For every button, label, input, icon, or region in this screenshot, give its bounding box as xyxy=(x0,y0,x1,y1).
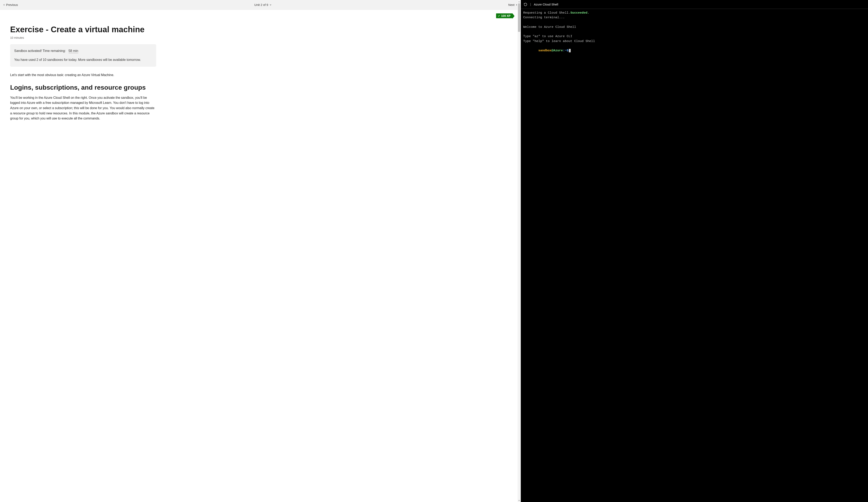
unit-label: Unit 2 of 9 xyxy=(254,3,268,7)
prompt-host: @Azure xyxy=(551,49,563,52)
sandbox-timer: 58 min xyxy=(69,49,78,53)
section-heading: Logins, subscriptions, and resource grou… xyxy=(10,83,156,91)
page-title: Exercise - Create a virtual machine xyxy=(10,24,156,34)
cloud-shell-pane: | Azure Cloud Shell Requesting a Cloud S… xyxy=(521,0,868,502)
chevron-left-icon xyxy=(3,4,5,6)
unit-selector[interactable]: Unit 2 of 9 xyxy=(254,3,272,7)
previous-label: Previous xyxy=(6,3,18,7)
check-icon xyxy=(498,14,500,17)
xp-label: 100 XP xyxy=(501,14,510,18)
scrollbar-thumb[interactable] xyxy=(518,3,520,32)
scrollbar-down-icon[interactable]: ▼ xyxy=(518,499,520,502)
prompt-path: :~$ xyxy=(563,49,568,52)
prompt-sandbox: sandbox xyxy=(538,49,551,52)
xp-badge: 100 XP xyxy=(496,13,513,18)
chevron-down-icon xyxy=(269,4,272,6)
scrollbar[interactable]: ▲ ▼ xyxy=(518,0,520,502)
restart-shell-button[interactable] xyxy=(524,3,527,6)
section-paragraph: You'll be working in the Azure Cloud She… xyxy=(10,95,156,121)
next-label: Next xyxy=(508,3,515,7)
header-divider: | xyxy=(530,3,531,6)
sandbox-status-box: Sandbox activated! Time remaining: 58 mi… xyxy=(10,44,156,67)
sandbox-status-text: Sandbox activated! Time remaining: xyxy=(14,49,66,52)
content-scroll-area[interactable]: 100 XP Exercise - Create a virtual machi… xyxy=(0,10,520,502)
unit-navigation: Previous Unit 2 of 9 Next xyxy=(0,0,520,10)
terminal-body[interactable]: Requesting a Cloud Shell.Succeeded. Conn… xyxy=(521,9,868,502)
previous-button[interactable]: Previous xyxy=(3,3,18,7)
duration-label: 10 minutes xyxy=(10,36,156,39)
terminal-header: | Azure Cloud Shell xyxy=(521,0,868,9)
intro-paragraph: Let's start with the most obvious task: … xyxy=(10,72,156,78)
restart-icon xyxy=(524,3,527,6)
terminal-cursor xyxy=(569,49,571,52)
terminal-title: Azure Cloud Shell xyxy=(534,3,558,6)
next-button[interactable]: Next xyxy=(508,3,518,7)
sandbox-usage-text: You have used 2 of 10 sandboxes for toda… xyxy=(14,57,152,62)
scrollbar-up-icon[interactable]: ▲ xyxy=(518,0,520,3)
